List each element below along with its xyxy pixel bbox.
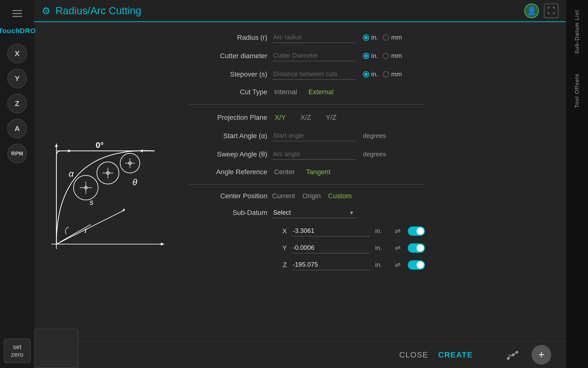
top-bar: ⚙ Radius/Arc Cutting 👤 ⛶	[34, 0, 566, 22]
stepover-in-label: in.	[371, 70, 378, 78]
stepover-mm-option[interactable]: mm	[383, 70, 402, 78]
main-content: 0° α θ s r Radius (r) in.	[34, 22, 566, 368]
x-label: X	[272, 227, 287, 235]
z-input[interactable]	[292, 259, 370, 270]
sub-datum-row: Sub-Datum Select ▾	[189, 207, 425, 218]
cutter-mm-option[interactable]: mm	[383, 52, 402, 60]
form-scroll-area: Radius (r) in. mm Cutter diameter i	[177, 22, 437, 341]
angle-ref-tangent[interactable]: Tangent	[304, 167, 332, 177]
svg-text:0°: 0°	[96, 140, 104, 150]
chart-icon[interactable]	[502, 345, 522, 365]
projection-plane-row: Projection Plane X/Y X/Z Y/Z	[189, 112, 425, 123]
x-swap-icon[interactable]: ⇌	[395, 227, 400, 235]
section-divider-2	[189, 184, 425, 185]
sub-datum-label: Sub-Datum	[189, 209, 267, 217]
axis-z-button[interactable]: Z	[7, 94, 27, 113]
radius-mm-label: mm	[391, 34, 402, 41]
stepover-row: Stepover (s) in. mm	[189, 69, 425, 80]
set-zero-button[interactable]: setzero	[4, 339, 31, 363]
angle-reference-label: Angle Reference	[189, 168, 267, 176]
radius-mm-option[interactable]: mm	[383, 34, 402, 41]
sweep-angle-input[interactable]	[272, 149, 356, 160]
proj-xz[interactable]: X/Z	[298, 112, 314, 123]
hamburger-line-1	[12, 10, 22, 11]
hamburger-button[interactable]	[9, 5, 26, 22]
small-panel	[34, 329, 78, 368]
add-button[interactable]: +	[532, 345, 551, 365]
center-pos-custom[interactable]: Custom	[328, 192, 352, 200]
center-pos-current[interactable]: Current	[272, 192, 295, 200]
dialog-title: Radius/Arc Cutting	[55, 5, 141, 17]
cutter-unit-group: in. mm	[363, 52, 402, 60]
svg-marker-15	[68, 149, 71, 152]
cut-type-label: Cut Type	[189, 88, 267, 96]
svg-marker-24	[161, 243, 164, 246]
screen-icon[interactable]: ⛶	[544, 3, 559, 18]
y-toggle[interactable]	[408, 243, 425, 253]
cut-type-internal[interactable]: Internal	[272, 87, 299, 97]
set-zero-label: setzero	[11, 343, 24, 358]
z-swap-icon[interactable]: ⇌	[395, 261, 400, 269]
logo-area: TouchDRO	[0, 27, 36, 35]
section-divider-1	[189, 104, 425, 105]
cutter-in-option[interactable]: in.	[363, 52, 378, 60]
angle-ref-center[interactable]: Center	[272, 167, 297, 177]
sweep-angle-label: Sweep Angle (θ)	[189, 150, 267, 158]
diagram-area: 0° α θ s r	[34, 22, 177, 368]
svg-text:θ: θ	[132, 177, 137, 187]
svg-marker-17	[140, 149, 143, 152]
center-position-row: Center Position Current Origin Custom	[189, 192, 425, 200]
sub-datum-select[interactable]: Select	[272, 207, 356, 218]
center-position-label: Center Position	[189, 192, 267, 200]
center-pos-origin[interactable]: Origin	[302, 192, 321, 200]
cutter-mm-radio[interactable]	[383, 53, 389, 59]
tool-offsets-tab[interactable]: Tool Offsets	[572, 69, 582, 113]
axis-x-button[interactable]: X	[7, 44, 27, 63]
projection-plane-group: X/Y X/Z Y/Z	[272, 112, 339, 123]
stepover-mm-label: mm	[391, 70, 402, 78]
cutter-mm-label: mm	[391, 52, 402, 60]
sub-datum-list-tab[interactable]: Sub-Datum List	[572, 5, 582, 59]
z-label: Z	[272, 261, 287, 269]
cut-type-external[interactable]: External	[306, 87, 335, 97]
sub-datum-select-wrapper: Select ▾	[272, 207, 356, 218]
y-unit: in.	[375, 244, 387, 252]
radius-mm-radio[interactable]	[383, 34, 389, 41]
start-angle-row: Start Angle (α) degrees	[189, 130, 425, 141]
axis-a-button[interactable]: A	[7, 119, 27, 138]
stepover-mm-radio[interactable]	[383, 71, 389, 78]
cutter-diameter-row: Cutter diameter in. mm	[189, 50, 425, 61]
start-angle-input[interactable]	[272, 130, 356, 141]
right-sidebar: Sub-Datum List Tool Offsets	[566, 0, 588, 368]
sweep-angle-row: Sweep Angle (θ) degrees	[189, 149, 425, 160]
cutter-in-radio[interactable]	[363, 53, 369, 59]
x-coord-row: X in. ⇌	[189, 225, 425, 237]
radius-in-radio[interactable]	[363, 34, 369, 41]
y-input[interactable]	[292, 242, 370, 253]
svg-text:r: r	[85, 225, 88, 235]
cutter-diameter-label: Cutter diameter	[189, 52, 267, 60]
svg-text:s: s	[89, 198, 93, 207]
stepover-input[interactable]	[272, 69, 356, 80]
proj-yz[interactable]: Y/Z	[323, 112, 339, 123]
y-swap-icon[interactable]: ⇌	[395, 244, 400, 252]
angle-reference-group: Center Tangent	[272, 167, 332, 177]
axis-y-button[interactable]: Y	[7, 69, 27, 88]
z-coord-row: Z in. ⇌	[189, 259, 425, 270]
proj-xy[interactable]: X/Y	[272, 112, 288, 123]
radius-input[interactable]	[272, 32, 356, 43]
z-toggle[interactable]	[408, 260, 425, 270]
cutter-diameter-input[interactable]	[272, 50, 356, 61]
x-toggle[interactable]	[408, 226, 425, 236]
z-unit: in.	[375, 261, 387, 269]
stepover-in-option[interactable]: in.	[363, 70, 378, 78]
stepover-in-radio[interactable]	[363, 71, 369, 78]
radius-label: Radius (r)	[189, 34, 267, 41]
axis-rpm-button[interactable]: RPM	[7, 144, 27, 163]
create-button[interactable]: CREATE	[438, 350, 473, 359]
sweep-angle-unit: degrees	[363, 150, 386, 158]
close-button[interactable]: CLOSE	[399, 350, 428, 359]
user-icon[interactable]: 👤	[524, 3, 539, 18]
radius-in-option[interactable]: in.	[363, 34, 378, 41]
x-input[interactable]	[292, 225, 370, 237]
